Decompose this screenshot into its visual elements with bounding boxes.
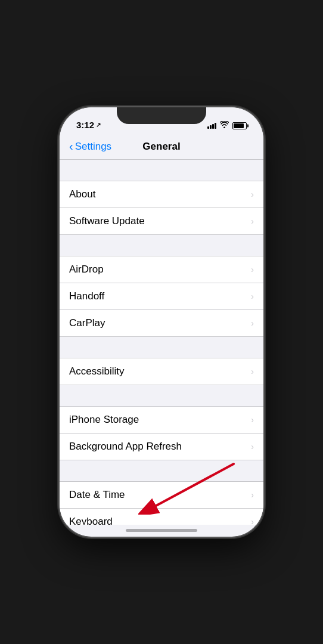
list-item-carplay[interactable]: CarPlay › — [60, 310, 263, 336]
section-2-group: AirDrop › Handoff › CarPlay › — [60, 256, 263, 337]
section-gap-5 — [60, 460, 263, 481]
section-gap-4 — [60, 385, 263, 406]
about-chevron-icon: › — [251, 190, 254, 199]
airdrop-chevron-icon: › — [251, 265, 254, 274]
phone-frame: 3:12 ↗ — [60, 107, 263, 537]
section-gap-2 — [60, 235, 263, 256]
date-time-chevron-icon: › — [251, 490, 254, 500]
background-app-refresh-chevron-icon: › — [251, 442, 254, 451]
section-5-group: Date & Time › Keyboard › — [60, 481, 263, 525]
list-item-date-time[interactable]: Date & Time › — [60, 482, 263, 509]
section-4-group: iPhone Storage › Background App Refresh … — [60, 406, 263, 460]
list-item-handoff[interactable]: Handoff › — [60, 283, 263, 310]
page-title: General — [142, 141, 180, 153]
list-item-background-app-refresh[interactable]: Background App Refresh › — [60, 434, 263, 460]
time-display: 3:12 — [76, 120, 94, 130]
software-update-label: Software Update — [69, 215, 145, 227]
location-icon: ↗ — [96, 122, 101, 128]
section-3-group: Accessibility › — [60, 358, 263, 385]
battery-fill — [234, 123, 244, 128]
wifi-icon — [220, 121, 229, 130]
status-time: 3:12 ↗ — [76, 120, 101, 130]
iphone-storage-label: iPhone Storage — [69, 414, 139, 426]
status-icons — [207, 121, 247, 130]
software-update-chevron-icon: › — [251, 216, 254, 226]
carplay-chevron-icon: › — [251, 318, 254, 328]
back-label: Settings — [75, 141, 111, 153]
list-item-airdrop[interactable]: AirDrop › — [60, 256, 263, 283]
keyboard-chevron-icon: › — [251, 517, 254, 525]
date-time-label: Date & Time — [69, 489, 125, 501]
airdrop-label: AirDrop — [69, 264, 104, 275]
screen: 3:12 ↗ — [60, 107, 263, 537]
list-item-software-update[interactable]: Software Update › — [60, 208, 263, 234]
signal-bars-icon — [207, 123, 216, 129]
keyboard-label: Keyboard — [69, 516, 113, 525]
handoff-chevron-icon: › — [251, 292, 254, 301]
handoff-label: Handoff — [69, 290, 104, 302]
accessibility-label: Accessibility — [69, 366, 125, 377]
section-gap-1 — [60, 160, 263, 181]
iphone-storage-chevron-icon: › — [251, 415, 254, 425]
section-gap-3 — [60, 337, 263, 358]
home-indicator — [126, 529, 197, 532]
accessibility-chevron-icon: › — [251, 367, 254, 376]
settings-content: About › Software Update › AirDrop › Hand… — [60, 160, 263, 525]
back-button[interactable]: ‹ Settings — [69, 141, 111, 153]
notch — [117, 107, 206, 124]
list-item-about[interactable]: About › — [60, 181, 263, 208]
list-item-accessibility[interactable]: Accessibility › — [60, 358, 263, 385]
battery-icon — [232, 122, 247, 129]
list-item-keyboard[interactable]: Keyboard › — [60, 509, 263, 525]
carplay-label: CarPlay — [69, 317, 105, 329]
section-1-group: About › Software Update › — [60, 181, 263, 235]
nav-bar: ‹ Settings General — [60, 134, 263, 160]
back-chevron-icon: ‹ — [69, 140, 73, 152]
about-label: About — [69, 188, 95, 200]
background-app-refresh-label: Background App Refresh — [69, 441, 182, 453]
list-item-iphone-storage[interactable]: iPhone Storage › — [60, 407, 263, 434]
